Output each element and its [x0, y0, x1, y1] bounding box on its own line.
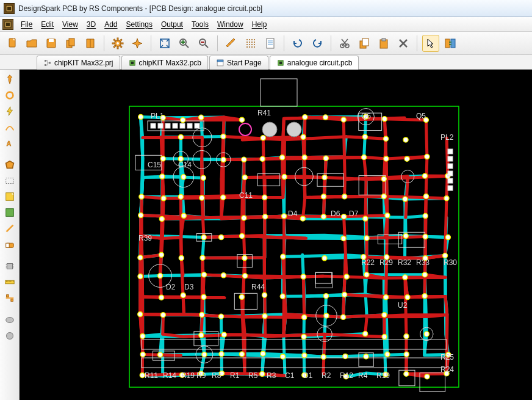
app-menu-icon[interactable]	[2, 19, 13, 30]
svg-text:C11: C11	[239, 191, 253, 200]
svg-rect-91	[6, 295, 9, 297]
gear-icon[interactable]	[109, 35, 126, 52]
svg-point-228	[342, 292, 347, 297]
report-icon[interactable]	[262, 35, 279, 52]
ring-icon[interactable]	[2, 88, 18, 103]
menu-help[interactable]: Help	[248, 18, 271, 31]
menu-window[interactable]: Window	[214, 18, 247, 31]
tab-1[interactable]: chipKIT Max32.pcb	[121, 56, 209, 70]
svg-point-203	[200, 255, 205, 260]
copy-doc-icon[interactable]	[62, 35, 79, 52]
svg-point-178	[423, 194, 428, 198]
menu-output[interactable]: Output	[157, 18, 187, 31]
eraser-icon[interactable]	[2, 237, 18, 252]
svg-point-257	[321, 354, 326, 359]
book-icon[interactable]	[82, 35, 99, 52]
svg-text:R1: R1	[230, 371, 240, 380]
tab-2[interactable]: Start Page	[209, 56, 268, 70]
svg-point-200	[138, 255, 143, 260]
svg-point-188	[342, 214, 347, 219]
sparkle-icon[interactable]	[129, 35, 146, 52]
svg-point-247	[404, 334, 409, 339]
cut-icon[interactable]	[336, 35, 353, 52]
menu-edit[interactable]: Edit	[37, 18, 57, 31]
fit-screen-icon[interactable]	[156, 35, 173, 52]
svg-point-159	[160, 174, 165, 179]
blob2-icon[interactable]	[2, 329, 18, 343]
svg-point-283	[239, 123, 251, 136]
svg-rect-70	[5, 178, 13, 184]
flash-icon[interactable]	[2, 104, 18, 118]
svg-point-254	[261, 351, 265, 356]
new-file-icon[interactable]	[4, 35, 21, 52]
menu-view[interactable]: View	[59, 18, 82, 31]
tab-3[interactable]: analogue circuit.pcb	[270, 56, 359, 70]
svg-point-245	[363, 332, 368, 336]
undo-icon[interactable]	[289, 35, 306, 52]
svg-point-217	[344, 274, 349, 279]
svg-point-232	[138, 312, 143, 317]
pcb-canvas[interactable]: PL1R41Q6Q5PL2C15C14C11D2D3D4D6D7R22R29R3…	[20, 70, 532, 400]
blob-icon[interactable]	[2, 313, 18, 327]
menu-tools[interactable]: Tools	[188, 18, 212, 31]
svg-rect-3	[6, 23, 10, 26]
title-bar: DesignSpark PCB by RS Components - [PCB …	[0, 0, 532, 17]
open-folder-icon[interactable]	[23, 35, 40, 52]
menu-add[interactable]: Add	[101, 18, 121, 31]
pin-icon[interactable]	[2, 72, 18, 87]
zoom-out-icon[interactable]	[195, 35, 212, 52]
menu-file[interactable]: File	[17, 18, 36, 31]
delete-x-icon[interactable]	[395, 35, 412, 52]
svg-rect-17	[113, 38, 116, 41]
zoom-in-icon[interactable]	[176, 35, 193, 52]
svg-point-239	[341, 315, 346, 319]
svg-rect-286	[448, 164, 453, 169]
tab-0[interactable]: chipKIT Max32.prj	[37, 56, 120, 70]
svg-text:R2: R2	[322, 371, 331, 380]
svg-point-221	[159, 295, 164, 300]
align-icon[interactable]	[2, 291, 18, 305]
paste-icon[interactable]	[375, 35, 392, 52]
svg-point-162	[242, 175, 247, 180]
svg-point-230	[405, 295, 410, 300]
svg-point-131	[181, 118, 185, 123]
svg-point-225	[262, 293, 267, 297]
svg-text:Q5: Q5	[416, 112, 426, 120]
broom-icon[interactable]	[223, 35, 240, 52]
svg-point-150	[242, 157, 246, 162]
copy-icon[interactable]	[356, 35, 373, 52]
svg-point-224	[239, 294, 244, 299]
note-green-icon[interactable]	[2, 205, 18, 220]
svg-point-153	[302, 155, 307, 160]
curve-icon[interactable]	[2, 120, 18, 134]
redo-icon[interactable]	[309, 35, 326, 52]
slash-icon[interactable]	[2, 221, 18, 236]
ruler-icon[interactable]	[2, 275, 18, 289]
tab-label: analogue circuit.pcb	[287, 59, 353, 67]
svg-rect-13	[120, 45, 122, 47]
note-yellow-icon[interactable]	[2, 189, 18, 204]
grid-dots-icon[interactable]	[242, 35, 259, 52]
text-a-icon[interactable]: A	[2, 136, 18, 150]
menu-3d[interactable]: 3D	[83, 18, 99, 31]
swap-panels-icon[interactable]	[442, 35, 459, 52]
dashed-rect-icon[interactable]	[2, 173, 18, 188]
svg-point-195	[341, 236, 346, 241]
menu-settings[interactable]: Settings	[123, 18, 156, 31]
svg-point-93	[5, 318, 13, 323]
svg-rect-11	[120, 38, 122, 41]
svg-point-160	[181, 175, 186, 180]
svg-text:C15: C15	[148, 161, 161, 169]
svg-point-34	[254, 42, 255, 43]
svg-point-172	[221, 195, 226, 200]
svg-rect-54	[382, 38, 386, 41]
pointer-icon[interactable]	[422, 35, 439, 52]
svg-point-190	[385, 213, 390, 218]
svg-point-184	[263, 214, 268, 219]
polygon-icon[interactable]	[2, 158, 18, 172]
save-icon[interactable]	[43, 35, 60, 52]
chip-small-icon[interactable]	[2, 259, 18, 274]
svg-point-175	[342, 194, 347, 199]
svg-point-177	[403, 197, 408, 202]
svg-point-35	[246, 44, 248, 45]
